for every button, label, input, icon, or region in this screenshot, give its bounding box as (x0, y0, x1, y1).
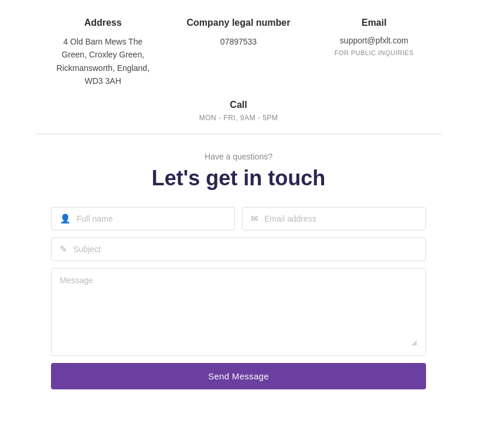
envelope-icon: ✉ (251, 213, 258, 224)
contact-info-section: Address 4 Old Barn Mews The Green, Croxl… (0, 0, 477, 134)
address-text: 4 Old Barn Mews The Green, Croxley Green… (44, 35, 162, 88)
email-heading: Email (315, 18, 433, 28)
full-name-field: 👤 (51, 207, 235, 230)
call-hours: MON - FRI, 9AM - 5PM (35, 114, 442, 122)
form-subtitle: Have a questions? (205, 152, 272, 161)
message-textarea[interactable] (60, 276, 417, 346)
company-legal-column: Company legal number 07897533 (171, 18, 306, 88)
subject-input[interactable] (73, 245, 417, 254)
email-column: Email support@pfxlt.com FOR PUBLIC INQUI… (306, 18, 442, 88)
subject-row: ✎ (51, 237, 426, 261)
full-name-input[interactable] (77, 214, 226, 223)
email-address[interactable]: support@pfxlt.com (340, 36, 408, 45)
message-field (51, 268, 426, 356)
subject-field: ✎ (51, 237, 426, 261)
address-heading: Address (44, 18, 162, 28)
name-email-row: 👤 ✉ (51, 207, 426, 230)
send-message-button[interactable]: Send Message (51, 363, 426, 389)
form-title: Let's get in touch (152, 166, 326, 191)
person-icon: 👤 (60, 213, 71, 224)
email-field: ✉ (242, 207, 426, 230)
company-legal-heading: Company legal number (179, 18, 297, 28)
page-wrapper: Address 4 Old Barn Mews The Green, Croxl… (0, 0, 477, 413)
contact-columns: Address 4 Old Barn Mews The Green, Croxl… (35, 18, 442, 88)
form-section: Have a questions? Let's get in touch 👤 ✉… (0, 134, 477, 413)
call-section: Call MON - FRI, 9AM - 5PM (35, 100, 442, 122)
company-legal-number: 07897533 (179, 35, 297, 48)
email-input[interactable] (264, 214, 417, 223)
email-note: FOR PUBLIC INQUIRIES (315, 48, 433, 59)
form-container: 👤 ✉ ✎ Send Message (51, 207, 426, 389)
call-heading: Call (35, 100, 442, 110)
address-column: Address 4 Old Barn Mews The Green, Croxl… (35, 18, 171, 88)
pencil-icon: ✎ (60, 244, 67, 254)
